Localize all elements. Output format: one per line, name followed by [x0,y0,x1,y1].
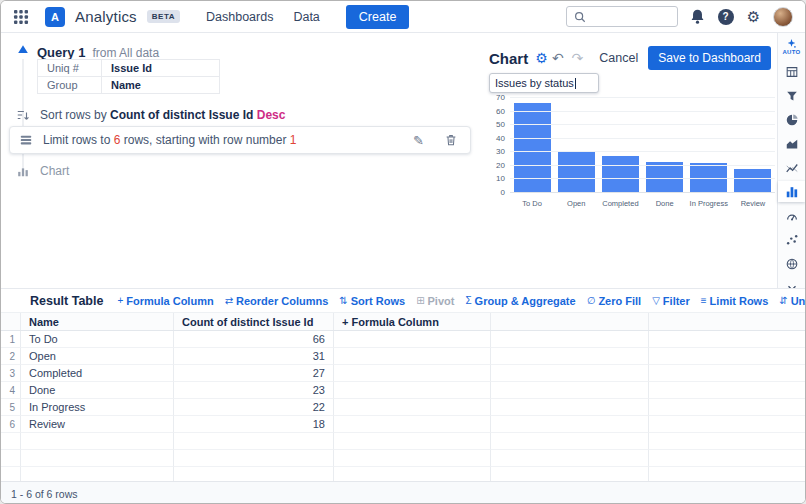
scatter-chart-icon[interactable] [778,229,805,250]
create-button[interactable]: Create [346,5,410,29]
gridline [510,111,775,112]
gridline [510,124,775,125]
x-tick-label: To Do [510,199,554,208]
nav-item-data[interactable]: Data [293,10,319,24]
x-tick-label: Done [643,199,687,208]
cancel-button[interactable]: Cancel [599,51,638,65]
x-tick-label: In Progress [687,199,731,208]
row-number: 1 [1,331,21,348]
result-table: NameCount of distinct Issue Id+ Formula … [1,313,805,484]
table-row[interactable]: 2Open31 [1,348,805,365]
chart-step-item[interactable]: Chart [16,164,69,178]
query-fields-table[interactable]: Uniq #Issue IdGroupName [37,59,220,94]
toolbar-button-label: Pivot [428,295,455,307]
table-row[interactable]: 4Done23 [1,382,805,399]
app-switcher-icon[interactable] [13,9,29,25]
sort-rows-icon: ⇅ [339,295,347,306]
reorder-columns-button[interactable]: ⇄Reorder Columns [225,295,329,307]
nav-item-dashboards[interactable]: Dashboards [206,10,273,24]
editor-main: Query 1 from All data Uniq #Issue IdGrou… [1,33,805,288]
pie-chart-icon[interactable] [778,109,805,130]
search-box[interactable] [566,6,678,27]
bar-done[interactable] [646,162,683,193]
chart-type-toolbar: AUTO [777,33,805,288]
row-number: 5 [1,399,21,416]
toolbar-button-label: Group & Aggregate [475,295,576,307]
help-question-glyph: ? [718,9,734,25]
notifications-bell-icon[interactable] [689,8,706,25]
map-chart-icon[interactable] [778,253,805,274]
formula-cell [334,331,491,348]
empty-cell [649,331,805,348]
product-name[interactable]: Analytics [75,8,137,25]
gridline [510,138,775,139]
y-tick-label: 10 [496,174,505,183]
sort-rows-button[interactable]: ⇅Sort Rows [339,295,405,307]
reorder-columns-icon: ⇄ [225,295,233,306]
limit-start[interactable]: 1 [290,133,297,147]
undo-icon[interactable]: ↶ [552,50,564,66]
formula-column-header[interactable]: + Formula Column [334,313,491,330]
bar-chart-icon[interactable] [778,181,805,202]
zero-fill-button[interactable]: ∅Zero Fill [587,295,642,307]
save-to-dashboard-button[interactable]: Save to Dashboard [648,46,771,70]
limit-step-card[interactable]: Limit rows to 6 rows, starting with row … [9,126,471,154]
help-icon[interactable]: ? [717,8,734,25]
empty-cell [491,416,649,433]
atlassian-logo[interactable]: A [45,7,65,27]
group-aggregate-button[interactable]: ΣGroup & Aggregate [465,295,575,307]
gauge-chart-icon[interactable] [778,205,805,226]
visual-mode-icon[interactable] [16,43,30,57]
area-chart-icon[interactable] [778,133,805,154]
table-chart-icon[interactable] [778,61,805,82]
chart-title-input[interactable]: Issues by status [489,73,599,93]
query-header: Query 1 from All data [16,43,159,60]
chart-title-value: Issues by status [495,77,574,89]
query-field-row[interactable]: GroupName [38,77,220,94]
sort-icon [16,108,30,122]
pivot-button: ⊞Pivot [416,295,454,307]
result-footer: 1 - 6 of 6 rows [1,481,805,504]
redo-icon[interactable]: ↷ [572,50,584,66]
unpivot-button[interactable]: ⇵Unpivot [779,295,805,307]
formula-column-button[interactable]: +Formula Column [117,295,213,307]
table-row[interactable]: 6Review18 [1,416,805,433]
search-input[interactable] [591,11,671,23]
line-chart-icon[interactable] [778,157,805,178]
bar-completed[interactable] [602,156,639,193]
funnel-chart-icon[interactable] [778,85,805,106]
gridline [510,97,775,98]
user-avatar[interactable] [773,7,793,27]
chart-settings-gear-icon[interactable]: ⚙︎ [535,51,548,65]
name-cell: In Progress [21,399,174,416]
query-source[interactable]: from All data [92,46,159,60]
bar-to-do[interactable] [514,103,551,193]
formula-cell [334,365,491,382]
settings-gear-icon[interactable]: ⚙︎ [745,8,762,25]
table-row[interactable]: 5In Progress22 [1,399,805,416]
bar-open[interactable] [558,151,595,193]
zero-fill-icon: ∅ [587,295,596,306]
toolbar-button-label: Reorder Columns [236,295,328,307]
auto-chart-button[interactable]: AUTO [782,38,800,55]
filter-button[interactable]: ▽Filter [652,295,690,307]
empty-cell [649,399,805,416]
count-cell: 18 [174,416,334,433]
toolbar-button-label: Limit Rows [710,295,769,307]
sort-direction[interactable]: Desc [257,108,286,122]
edit-step-icon[interactable]: ✎ [413,133,424,148]
formula-cell [334,399,491,416]
table-row[interactable]: 1To Do66 [1,331,805,348]
limit-count[interactable]: 6 [114,133,121,147]
sort-step[interactable]: Sort rows by Count of distinct Issue Id … [16,108,285,122]
chart-panel-title: Chart [489,50,528,67]
sparkle-icon [786,38,797,49]
delete-step-icon[interactable] [444,133,458,147]
query-field-row[interactable]: Uniq #Issue Id [38,60,220,77]
limit-rows-button[interactable]: ≡Limit Rows [701,295,769,307]
empty-cell [649,365,805,382]
bar-review[interactable] [734,169,771,193]
table-row[interactable]: 3Completed27 [1,365,805,382]
empty-table-row [1,450,805,467]
beta-badge: BETA [147,10,180,23]
